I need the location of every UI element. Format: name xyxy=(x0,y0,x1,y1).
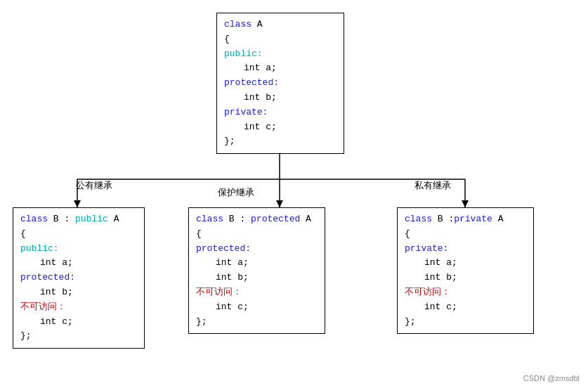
class-a-box: class A { public: int a; protected: int … xyxy=(216,13,344,154)
diagram: class A { public: int a; protected: int … xyxy=(0,0,588,388)
svg-marker-5 xyxy=(74,200,81,207)
svg-marker-6 xyxy=(276,200,283,207)
watermark: CSDN @zmsdbl xyxy=(523,374,580,382)
class-b-private-box: class B :private A { private: int a; int… xyxy=(397,207,534,334)
public-inherit-label: 公有继承 xyxy=(76,179,112,192)
protected-inherit-label: 保护继承 xyxy=(218,186,254,199)
class-a-keyword: class xyxy=(224,19,257,30)
svg-marker-7 xyxy=(462,200,469,207)
class-b-public-box: class B : public A { public: int a; prot… xyxy=(13,207,145,349)
class-b-protected-box: class B : protected A { protected: int a… xyxy=(188,207,325,334)
private-inherit-label: 私有继承 xyxy=(414,179,451,192)
